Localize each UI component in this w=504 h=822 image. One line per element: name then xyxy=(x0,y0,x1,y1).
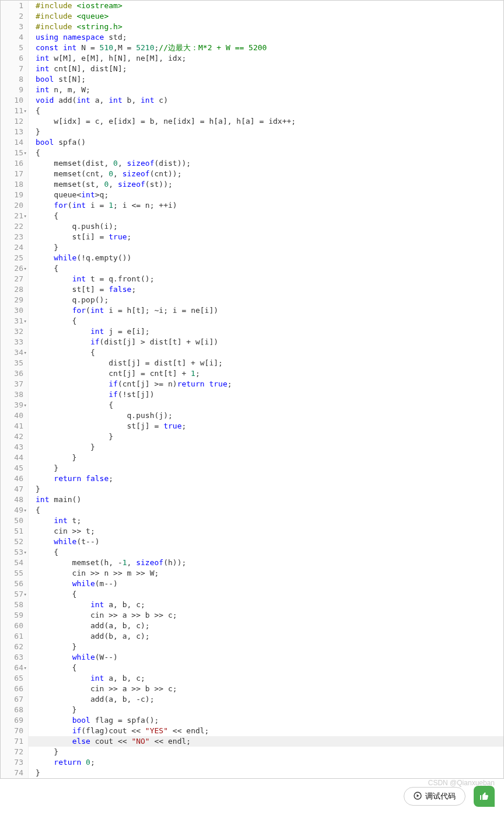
code-line[interactable]: 55 cin >> n >> m >> W; xyxy=(1,568,503,579)
code-line[interactable]: 14bool spfa() xyxy=(1,137,503,148)
fold-icon[interactable]: ▾ xyxy=(24,547,27,558)
code-line[interactable]: 15▾{ xyxy=(1,148,503,158)
code-line[interactable]: 31▾ { xyxy=(1,316,503,326)
debug-button[interactable]: 调试代码 xyxy=(404,787,466,806)
code-line[interactable]: 44 } xyxy=(1,452,503,463)
code-line[interactable]: 28 st[t] = false; xyxy=(1,284,503,295)
code-line[interactable]: 3#include <string.h> xyxy=(1,22,503,32)
code-content: dist[j] = dist[t] + w[i]; xyxy=(29,358,223,368)
code-line[interactable]: 1#include <iostream> xyxy=(1,1,503,11)
code-line[interactable]: 24 } xyxy=(1,242,503,253)
code-content: cin >> a >> b >> c; xyxy=(29,610,177,621)
code-line[interactable]: 7int cnt[N], dist[N]; xyxy=(1,64,503,74)
fold-icon[interactable]: ▾ xyxy=(24,263,27,274)
code-line[interactable]: 23 st[i] = true; xyxy=(1,232,503,242)
code-line[interactable]: 36 cnt[j] = cnt[t] + 1; xyxy=(1,368,503,379)
code-line[interactable]: 68 } xyxy=(1,705,503,715)
code-content: { xyxy=(29,663,76,673)
code-line[interactable]: 46 return false; xyxy=(1,473,503,484)
code-line[interactable]: 42 } xyxy=(1,431,503,442)
code-line[interactable]: 41 st[j] = true; xyxy=(1,421,503,431)
fold-icon[interactable]: ▾ xyxy=(24,400,27,410)
code-line[interactable]: 63 while(W--) xyxy=(1,652,503,663)
code-line[interactable]: 69 bool flag = spfa(); xyxy=(1,715,503,726)
code-line[interactable]: 34▾ { xyxy=(1,347,503,358)
code-content: memset(cnt, 0, sizeof(cnt)); xyxy=(29,169,181,179)
code-line[interactable]: 38 if(!st[j]) xyxy=(1,389,503,400)
code-line[interactable]: 54 memset(h, -1, sizeof(h)); xyxy=(1,558,503,568)
code-line[interactable]: 4using namespace std; xyxy=(1,32,503,43)
fold-icon[interactable]: ▾ xyxy=(24,589,27,600)
code-line[interactable]: 66 cin >> a >> b >> c; xyxy=(1,684,503,694)
code-line[interactable]: 20 for(int i = 1; i <= n; ++i) xyxy=(1,200,503,211)
code-line[interactable]: 2#include <queue> xyxy=(1,11,503,22)
code-line[interactable]: 9int n, m, W; xyxy=(1,85,503,95)
code-line[interactable]: 18 memset(st, 0, sizeof(st)); xyxy=(1,179,503,190)
code-line[interactable]: 72 } xyxy=(1,747,503,757)
code-line[interactable]: 11▾{ xyxy=(1,106,503,116)
code-line[interactable]: 35 dist[j] = dist[t] + w[i]; xyxy=(1,358,503,368)
line-number: 21▾ xyxy=(1,211,29,221)
code-line[interactable]: 32 int j = e[i]; xyxy=(1,326,503,337)
code-line[interactable]: 43 } xyxy=(1,442,503,452)
code-line[interactable]: 33 if(dist[j] > dist[t] + w[i]) xyxy=(1,337,503,347)
code-line[interactable]: 40 q.push(j); xyxy=(1,410,503,421)
code-line[interactable]: 22 q.push(i); xyxy=(1,221,503,232)
code-line[interactable]: 70 if(flag)cout << "YES" << endl; xyxy=(1,726,503,736)
scroll-top-button[interactable] xyxy=(474,786,495,807)
code-line[interactable]: 52 while(t--) xyxy=(1,537,503,547)
code-line[interactable]: 50 int t; xyxy=(1,516,503,526)
fold-icon[interactable]: ▾ xyxy=(24,106,27,116)
code-line[interactable]: 73 return 0; xyxy=(1,757,503,768)
code-line[interactable]: 67 add(a, b, -c); xyxy=(1,694,503,705)
fold-icon[interactable]: ▾ xyxy=(24,663,27,673)
code-line[interactable]: 60 add(a, b, c); xyxy=(1,621,503,631)
line-number: 11▾ xyxy=(1,106,29,116)
code-line[interactable]: 49▾{ xyxy=(1,505,503,516)
code-line[interactable]: 56 while(m--) xyxy=(1,579,503,589)
code-line[interactable]: 74} xyxy=(1,768,503,778)
code-content: cin >> t; xyxy=(29,526,95,537)
fold-icon[interactable]: ▾ xyxy=(24,347,27,358)
line-number: 15▾ xyxy=(1,148,29,158)
line-number: 16 xyxy=(1,158,29,169)
code-line[interactable]: 51 cin >> t; xyxy=(1,526,503,537)
line-number: 42 xyxy=(1,431,29,442)
code-line[interactable]: 21▾ { xyxy=(1,211,503,221)
fold-icon[interactable]: ▾ xyxy=(24,211,27,221)
code-line[interactable]: 71 else cout << "NO" << endl; xyxy=(1,736,503,747)
code-line[interactable]: 16 memset(dist, 0, sizeof(dist)); xyxy=(1,158,503,169)
code-line[interactable]: 48int main() xyxy=(1,494,503,505)
code-line[interactable]: 64▾ { xyxy=(1,663,503,673)
code-line[interactable]: 47} xyxy=(1,484,503,494)
code-line[interactable]: 37 if(cnt[j] >= n)return true; xyxy=(1,379,503,389)
code-content: #include <string.h> xyxy=(29,22,123,32)
code-line[interactable]: 12 w[idx] = c, e[idx] = b, ne[idx] = h[a… xyxy=(1,116,503,127)
code-line[interactable]: 19 queue<int>q; xyxy=(1,190,503,200)
code-line[interactable]: 45 } xyxy=(1,463,503,473)
code-line[interactable]: 27 int t = q.front(); xyxy=(1,274,503,284)
code-line[interactable]: 5const int N = 510,M = 5210;//边最大：M*2 + … xyxy=(1,43,503,53)
code-line[interactable]: 62 } xyxy=(1,642,503,652)
code-line[interactable]: 53▾ { xyxy=(1,547,503,558)
fold-icon[interactable]: ▾ xyxy=(24,505,27,516)
code-line[interactable]: 58 int a, b, c; xyxy=(1,600,503,610)
code-line[interactable]: 65 int a, b, c; xyxy=(1,673,503,684)
code-line[interactable]: 17 memset(cnt, 0, sizeof(cnt)); xyxy=(1,169,503,179)
code-line[interactable]: 30 for(int i = h[t]; ~i; i = ne[i]) xyxy=(1,305,503,316)
code-line[interactable]: 39▾ { xyxy=(1,400,503,410)
line-number: 62 xyxy=(1,642,29,652)
code-line[interactable]: 59 cin >> a >> b >> c; xyxy=(1,610,503,621)
code-line[interactable]: 61 add(b, a, c); xyxy=(1,631,503,642)
code-line[interactable]: 26▾ { xyxy=(1,263,503,274)
code-line[interactable]: 29 q.pop(); xyxy=(1,295,503,305)
fold-icon[interactable]: ▾ xyxy=(24,316,27,326)
code-line[interactable]: 8bool st[N]; xyxy=(1,74,503,85)
code-line[interactable]: 13} xyxy=(1,127,503,137)
code-line[interactable]: 57▾ { xyxy=(1,589,503,600)
code-line[interactable]: 10void add(int a, int b, int c) xyxy=(1,95,503,106)
code-line[interactable]: 6int w[M], e[M], h[N], ne[M], idx; xyxy=(1,53,503,64)
fold-icon[interactable]: ▾ xyxy=(24,148,27,158)
line-number: 30 xyxy=(1,305,29,316)
code-line[interactable]: 25 while(!q.empty()) xyxy=(1,253,503,263)
